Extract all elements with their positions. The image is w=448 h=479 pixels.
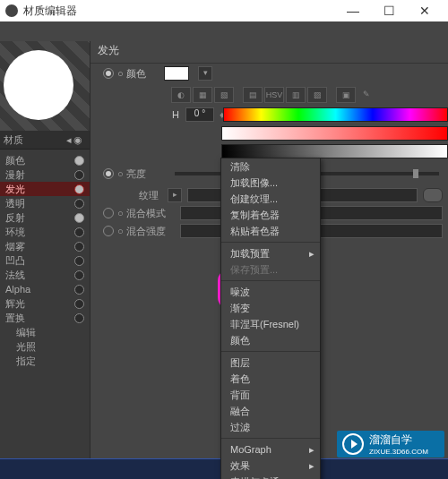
watermark-brand: 溜溜自学	[369, 433, 412, 446]
menu-item-保存预置...: 保存预置...	[221, 261, 320, 278]
titlebar: 材质编辑器 — ☐ ✕	[0, 0, 448, 21]
channel-toggle[interactable]	[74, 213, 84, 223]
chevron-left-icon[interactable]: ◂	[66, 134, 72, 146]
material-preview[interactable]	[0, 41, 90, 131]
channel-list: 颜色漫射发光透明反射环境烟雾凹凸法线Alpha辉光置换编辑光照指定	[0, 150, 90, 479]
channel-toggle[interactable]	[74, 199, 84, 209]
menu-item-背面[interactable]: 背面	[221, 387, 320, 403]
menu-item-融合[interactable]: 融合	[221, 403, 320, 419]
channel-label: 颜色	[5, 154, 25, 167]
channel-漫射[interactable]: 漫射	[0, 167, 90, 182]
sidebar-tab[interactable]: 材质 ◂ ◉	[0, 131, 90, 150]
eyedropper-icon[interactable]: ✎	[358, 87, 375, 101]
watermark: 溜溜自学 ZIXUE.3D66.COM	[337, 431, 444, 458]
channel-透明[interactable]: 透明	[0, 196, 90, 210]
channel-toggle[interactable]	[74, 156, 84, 166]
val-slider[interactable]	[221, 144, 448, 158]
sat-slider[interactable]	[221, 126, 448, 141]
row-value	[221, 144, 448, 158]
channel-toggle[interactable]	[74, 184, 84, 194]
image-icon[interactable]: ▧	[214, 87, 234, 103]
wheel-icon[interactable]: ◐	[171, 87, 191, 103]
menu-item-清除[interactable]: 清除	[221, 158, 320, 175]
label-brightness: ○ 亮度	[117, 167, 166, 181]
color-model-icons: ◐ ▦ ▧ ▤ HSV ▥ ▨ ▣ ✎	[171, 87, 448, 103]
app-icon	[5, 4, 18, 17]
channel-toggle[interactable]	[74, 299, 84, 309]
channel-烟雾[interactable]: 烟雾	[0, 239, 90, 253]
hue-value[interactable]: 0 °	[185, 107, 214, 122]
channel-label: 反射	[5, 211, 25, 225]
channel-toggle[interactable]	[74, 242, 84, 252]
menu-item-MoGraph[interactable]: MoGraph▸	[221, 441, 320, 458]
spectrum-icon[interactable]: ▦	[193, 87, 212, 103]
menu-item-效果[interactable]: 效果▸	[221, 458, 320, 474]
color-dropdown-icon[interactable]: ▾	[198, 66, 212, 81]
sidebar-nav[interactable]: ◂ ◉	[66, 134, 82, 146]
channel-发光[interactable]: 发光	[0, 182, 90, 196]
hue-slider[interactable]	[223, 107, 448, 122]
channel-反射[interactable]: 反射	[0, 210, 90, 225]
channel-label: 光照	[16, 340, 36, 354]
close-button[interactable]: ✕	[407, 4, 443, 18]
color-swatch[interactable]	[164, 66, 189, 81]
channel-法线[interactable]: 法线	[0, 268, 90, 282]
channel-辉光[interactable]: 辉光	[0, 296, 90, 311]
channel-凹凸[interactable]: 凹凸	[0, 253, 90, 268]
swatches-icon[interactable]: ▣	[336, 87, 356, 103]
menu-item-着色[interactable]: 着色	[221, 371, 320, 387]
channel-toggle[interactable]	[74, 256, 84, 266]
menu-item-菲涅耳(Fresnel)[interactable]: 菲涅耳(Fresnel)	[221, 316, 320, 332]
texture-dropdown[interactable]: ▸	[168, 188, 182, 202]
target-icon[interactable]: ◉	[73, 134, 82, 146]
minimize-button[interactable]: —	[335, 4, 371, 18]
channel-label: 置换	[5, 312, 25, 325]
panel-heading: 发光	[90, 41, 448, 64]
menu-item-素描与卡通[interactable]: 素描与卡通▸	[221, 474, 320, 479]
channel-toggle[interactable]	[74, 270, 84, 280]
menu-item-复制着色器[interactable]: 复制着色器	[221, 207, 320, 223]
radio-brightness[interactable]	[103, 168, 114, 179]
submenu-arrow-icon: ▸	[309, 474, 314, 479]
menu-item-噪波[interactable]: 噪波	[221, 284, 320, 300]
menu-separator	[221, 438, 320, 439]
channel-Alpha[interactable]: Alpha	[0, 282, 90, 296]
radio-blendmode	[103, 208, 114, 218]
menu-item-渐变[interactable]: 渐变	[221, 300, 320, 316]
watermark-url: ZIXUE.3D66.COM	[369, 448, 428, 456]
texture-browse-button[interactable]	[423, 188, 443, 202]
hsv-icon[interactable]: HSV	[264, 87, 284, 103]
submenu-arrow-icon: ▸	[309, 245, 314, 261]
menu-separator	[221, 242, 320, 243]
channel-环境[interactable]: 环境	[0, 225, 90, 239]
menu-item-颜色[interactable]: 颜色	[221, 332, 320, 348]
mixer-icon[interactable]: ▨	[307, 87, 327, 103]
menu-item-粘贴着色器[interactable]: 粘贴着色器	[221, 223, 320, 239]
radio-color[interactable]	[103, 68, 114, 79]
channel-指定[interactable]: 指定	[0, 354, 90, 368]
menubar	[0, 21, 448, 41]
window-title: 材质编辑器	[23, 4, 335, 19]
hue-label: H	[171, 109, 180, 120]
menu-item-加载预置[interactable]: 加载预置▸	[221, 245, 320, 261]
channel-label: 辉光	[5, 297, 25, 311]
channel-光照[interactable]: 光照	[0, 339, 90, 354]
menu-item-过滤[interactable]: 过滤	[221, 419, 320, 435]
channel-toggle[interactable]	[74, 170, 84, 180]
menu-item-图层[interactable]: 图层	[221, 355, 320, 371]
menu-item-创建纹理...[interactable]: 创建纹理...	[221, 191, 320, 207]
maximize-button[interactable]: ☐	[371, 4, 407, 18]
channel-编辑[interactable]: 编辑	[0, 325, 90, 339]
channel-label: 环境	[5, 226, 25, 239]
menu-item-加载图像...[interactable]: 加载图像...	[221, 175, 320, 191]
channel-置换[interactable]: 置换	[0, 311, 90, 325]
channel-toggle[interactable]	[74, 227, 84, 237]
channel-颜色[interactable]: 颜色	[0, 153, 90, 167]
submenu-arrow-icon: ▸	[309, 441, 314, 458]
channel-label: 漫射	[5, 168, 25, 182]
kelvin-icon[interactable]: ▥	[286, 87, 306, 103]
channel-toggle[interactable]	[74, 313, 84, 323]
sidebar: 材质 ◂ ◉ 颜色漫射发光透明反射环境烟雾凹凸法线Alpha辉光置换编辑光照指定	[0, 41, 90, 479]
rgb-icon[interactable]: ▤	[243, 87, 263, 103]
channel-toggle[interactable]	[74, 285, 84, 295]
